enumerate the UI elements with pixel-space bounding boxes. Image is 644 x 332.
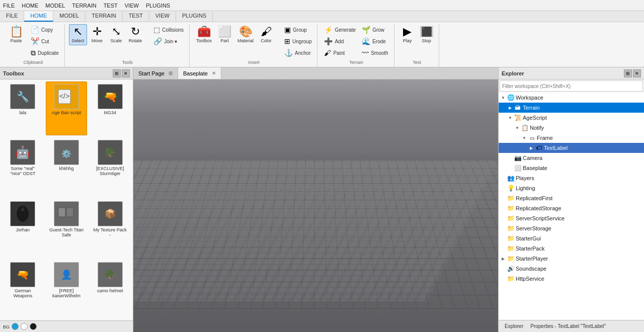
generate-button[interactable]: ⚡ Generate xyxy=(321,24,358,35)
tree-item-httpservice[interactable]: ▶ 📁 HttpService xyxy=(499,274,644,284)
erode-button[interactable]: 🌊 Erode xyxy=(359,36,390,47)
workspace-label: Workspace xyxy=(516,95,543,101)
anchor-button[interactable]: ⚓ Anchor xyxy=(282,47,314,58)
tree-item-serverstorage[interactable]: ▶ 📁 ServerStorage xyxy=(499,223,644,233)
baseplate-tab-close[interactable]: ✕ xyxy=(212,70,216,76)
tree-item-starterplayer[interactable]: ▶ 📁 StarterPlayer xyxy=(499,254,644,264)
explorer-filter-input[interactable] xyxy=(502,84,640,89)
tree-item-soundscape[interactable]: ▶ 🔊 Soundscape xyxy=(499,264,644,274)
tree-item-serverscriptservice[interactable]: ▶ 📁 ServerScriptService xyxy=(499,213,644,223)
rotate-button[interactable]: ↻ Rotate xyxy=(126,24,145,45)
stop-button[interactable]: ⬛ Stop xyxy=(418,24,436,45)
workspace-arrow[interactable]: ▼ xyxy=(500,94,507,101)
scale-button[interactable]: ⤡ Scale xyxy=(107,24,125,45)
tree-item-terrain[interactable]: ▶ 🏔 Terrain xyxy=(499,103,644,113)
toolbox-item-mg34-label: MG34 xyxy=(104,110,116,115)
tab-view[interactable]: VIEW xyxy=(149,11,176,22)
toolbox-item-lala[interactable]: 🔧 lala xyxy=(2,81,44,135)
grow-button[interactable]: 🌱 Grow xyxy=(359,24,390,35)
ungroup-button[interactable]: ⊞ Ungroup xyxy=(282,36,314,47)
tree-item-agescript[interactable]: ▼ 📜 AgeScript xyxy=(499,113,644,123)
menu-model[interactable]: MODEL xyxy=(45,3,65,9)
play-button[interactable]: ▶ Play xyxy=(398,24,417,45)
menu-test[interactable]: TEST xyxy=(104,3,118,9)
tab-home[interactable]: HOME xyxy=(24,11,53,22)
toolbox-item-khk[interactable]: ⚙️ khkhhg xyxy=(46,137,88,196)
explorer-expand-btn[interactable]: ⊞ xyxy=(624,69,632,77)
paint-button[interactable]: 🖌 Paint xyxy=(321,47,358,58)
menu-home[interactable]: HOME xyxy=(22,3,38,9)
tab-model[interactable]: MODEL xyxy=(53,11,86,22)
toolbox-item-odst[interactable]: 🤖 Some "real" "nice" ODST xyxy=(2,137,44,196)
tree-item-replicatedfirst[interactable]: ▶ 📁 ReplicatedFirst xyxy=(499,193,644,203)
toolbox-item-titanSafe[interactable]: Guest-Tech Titan Safe xyxy=(46,199,88,258)
bg-label: BG xyxy=(3,324,10,329)
viewport-canvas[interactable] xyxy=(133,79,498,332)
add-button[interactable]: ➕ Add xyxy=(321,36,358,47)
tab-terrain[interactable]: TERRAIN xyxy=(86,11,122,22)
copy-button[interactable]: 📄 Copy xyxy=(28,24,61,35)
explorer-close-btn[interactable]: ✕ xyxy=(633,69,641,77)
tree-item-frame[interactable]: ▼ ▭ Frame xyxy=(499,133,644,143)
smooth-button[interactable]: 〰 Smooth xyxy=(359,47,390,58)
paste-button[interactable]: 📋 Paste xyxy=(5,24,27,45)
agescript-arrow[interactable]: ▼ xyxy=(507,114,514,121)
menu-file[interactable]: FILE xyxy=(3,3,15,9)
terrain-arrow[interactable]: ▶ xyxy=(507,104,514,111)
tree-item-baseplate[interactable]: ▶ ⬜ Baseplate xyxy=(499,163,644,173)
generate-label: Generate xyxy=(335,27,356,33)
tree-item-notify[interactable]: ▼ 📋 Notify xyxy=(499,123,644,133)
frame-arrow[interactable]: ▼ xyxy=(521,134,528,141)
viewport-tab-baseplate[interactable]: Baseplate ✕ xyxy=(178,67,221,79)
color-button[interactable]: 🖌 Color xyxy=(257,24,275,45)
notify-arrow[interactable]: ▼ xyxy=(514,124,521,131)
toolbox-expand-btn[interactable]: ⊞ xyxy=(113,69,121,77)
explorer-title: Explorer xyxy=(502,70,524,76)
select-button[interactable]: ↖ Select xyxy=(69,24,87,45)
toolbox-button[interactable]: 🧰 Toolbox xyxy=(194,24,214,45)
toolbox-grid: 🔧 lala </> Age Ban script 🔫 MG34 🤖 Some … xyxy=(0,79,133,320)
menu-view[interactable]: VIEW xyxy=(125,3,139,9)
notify-icon: 📋 xyxy=(521,124,529,132)
explorer-bottom-tab[interactable]: Explorer xyxy=(502,322,526,330)
menu-plugins[interactable]: PLUGINS xyxy=(146,3,170,9)
toolbox-item-texturePack[interactable]: 📦 My Texture Pack - xyxy=(89,199,131,258)
menu-terrain[interactable]: TERRAIN xyxy=(72,3,96,9)
tree-item-starterpack[interactable]: ▶ 📁 StarterPack xyxy=(499,243,644,254)
collisions-button[interactable]: ⬚ Collisions xyxy=(151,24,186,35)
color-black[interactable] xyxy=(30,323,37,330)
properties-tab[interactable]: Properties - TextLabel "TextLabel" xyxy=(530,323,641,329)
starterplayer-arrow[interactable]: ▶ xyxy=(500,255,507,262)
duplicate-button[interactable]: ⧉ Duplicate xyxy=(28,47,61,59)
explorer-filter-box[interactable] xyxy=(500,80,643,92)
tree-item-camera[interactable]: ▶ 📷 Camera xyxy=(499,153,644,163)
move-button[interactable]: ✛ Move xyxy=(88,24,106,45)
group-button[interactable]: ▣ Group xyxy=(282,24,314,35)
tab-plugins[interactable]: PLUGINS xyxy=(176,11,213,22)
viewport-tab-startpage[interactable]: Start Page ⊞ xyxy=(133,67,178,79)
toolbox-item-kaiserWilhelm[interactable]: 👤 [FREE] kaiserWilhelm xyxy=(46,260,88,318)
toolbox-item-mg34[interactable]: 🔫 MG34 xyxy=(89,81,131,135)
color-blue[interactable] xyxy=(12,323,19,330)
join-button[interactable]: 🔗 Join ▾ xyxy=(151,36,186,47)
tree-item-textlabel[interactable]: ▶ 🏷 TextLabel xyxy=(499,143,644,153)
material-button[interactable]: 🎨 Material xyxy=(235,24,256,45)
tab-test[interactable]: TEST xyxy=(123,11,149,22)
part-button[interactable]: ⬜ Part xyxy=(215,24,234,45)
toolbox-item-camoHelmet[interactable]: 🪖 camo helmet xyxy=(89,260,131,318)
color-white[interactable] xyxy=(21,323,28,330)
tree-item-replicatedstorage[interactable]: ▶ 📁 ReplicatedStorage xyxy=(499,203,644,213)
start-page-tab-expand[interactable]: ⊞ xyxy=(169,70,173,76)
textlabel-arrow[interactable]: ▶ xyxy=(528,144,535,151)
tab-file[interactable]: FILE xyxy=(0,11,24,22)
tree-item-lighting[interactable]: ▶ 💡 Lighting xyxy=(499,183,644,193)
toolbox-item-ageban[interactable]: </> Age Ban script xyxy=(46,81,88,135)
tree-item-workspace[interactable]: ▼ 🌐 Workspace xyxy=(499,93,644,103)
toolbox-item-sturmtiger[interactable]: 🪖 [EXCLUSIVE] Sturmtiger xyxy=(89,137,131,196)
toolbox-close-btn[interactable]: ✕ xyxy=(122,69,130,77)
tree-item-players[interactable]: ▶ 👥 Players xyxy=(499,173,644,183)
tree-item-startergui[interactable]: ▶ 📁 StarterGui xyxy=(499,233,644,243)
toolbox-item-jorhan[interactable]: Jorhan xyxy=(2,199,44,258)
cut-button[interactable]: ✂️ Cut xyxy=(28,36,61,47)
toolbox-item-germanWeapons[interactable]: 🔫 German Weapons xyxy=(2,260,44,318)
